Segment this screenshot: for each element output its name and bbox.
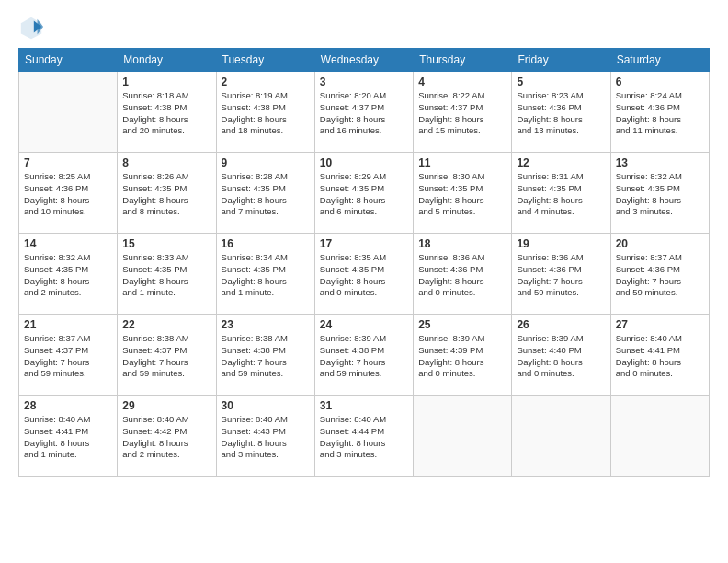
calendar-cell (512, 396, 610, 477)
day-number: 10 (320, 156, 408, 169)
day-info: Sunrise: 8:37 AM Sunset: 4:36 PM Dayligh… (616, 252, 704, 299)
day-info: Sunrise: 8:25 AM Sunset: 4:36 PM Dayligh… (24, 171, 112, 218)
calendar-table: SundayMondayTuesdayWednesdayThursdayFrid… (18, 48, 710, 477)
day-number: 4 (418, 75, 506, 88)
calendar-week-row: 7Sunrise: 8:25 AM Sunset: 4:36 PM Daylig… (19, 153, 710, 234)
day-number: 24 (320, 318, 408, 331)
day-info: Sunrise: 8:20 AM Sunset: 4:37 PM Dayligh… (320, 90, 408, 137)
day-number: 15 (122, 237, 210, 250)
day-header-sunday: Sunday (19, 49, 118, 72)
calendar-cell: 20Sunrise: 8:37 AM Sunset: 4:36 PM Dayli… (610, 234, 709, 315)
calendar-cell: 23Sunrise: 8:38 AM Sunset: 4:38 PM Dayli… (216, 315, 314, 396)
calendar-cell: 22Sunrise: 8:38 AM Sunset: 4:37 PM Dayli… (118, 315, 216, 396)
calendar-cell: 14Sunrise: 8:32 AM Sunset: 4:35 PM Dayli… (19, 234, 118, 315)
day-info: Sunrise: 8:40 AM Sunset: 4:42 PM Dayligh… (122, 414, 210, 461)
calendar-cell: 15Sunrise: 8:33 AM Sunset: 4:35 PM Dayli… (118, 234, 216, 315)
day-number: 9 (222, 156, 310, 169)
calendar-cell: 2Sunrise: 8:19 AM Sunset: 4:38 PM Daylig… (216, 72, 314, 153)
calendar-cell: 16Sunrise: 8:34 AM Sunset: 4:35 PM Dayli… (216, 234, 314, 315)
day-number: 2 (222, 75, 310, 88)
calendar-cell: 30Sunrise: 8:40 AM Sunset: 4:43 PM Dayli… (216, 396, 314, 477)
header-row (18, 15, 710, 40)
day-number: 7 (24, 156, 112, 169)
calendar-cell: 6Sunrise: 8:24 AM Sunset: 4:36 PM Daylig… (610, 72, 709, 153)
day-info: Sunrise: 8:23 AM Sunset: 4:36 PM Dayligh… (517, 90, 605, 137)
day-number: 14 (24, 237, 112, 250)
day-info: Sunrise: 8:24 AM Sunset: 4:36 PM Dayligh… (616, 90, 704, 137)
day-number: 3 (320, 75, 408, 88)
day-info: Sunrise: 8:28 AM Sunset: 4:35 PM Dayligh… (222, 171, 310, 218)
calendar-cell: 21Sunrise: 8:37 AM Sunset: 4:37 PM Dayli… (19, 315, 118, 396)
calendar-cell: 31Sunrise: 8:40 AM Sunset: 4:44 PM Dayli… (314, 396, 413, 477)
day-number: 27 (616, 318, 704, 331)
calendar-cell: 19Sunrise: 8:36 AM Sunset: 4:36 PM Dayli… (512, 234, 610, 315)
calendar-week-row: 21Sunrise: 8:37 AM Sunset: 4:37 PM Dayli… (19, 315, 710, 396)
calendar-week-row: 28Sunrise: 8:40 AM Sunset: 4:41 PM Dayli… (19, 396, 710, 477)
calendar-cell: 1Sunrise: 8:18 AM Sunset: 4:38 PM Daylig… (118, 72, 216, 153)
day-info: Sunrise: 8:39 AM Sunset: 4:39 PM Dayligh… (418, 333, 506, 380)
day-number: 20 (616, 237, 704, 250)
day-info: Sunrise: 8:36 AM Sunset: 4:36 PM Dayligh… (517, 252, 605, 299)
day-number: 11 (418, 156, 506, 169)
day-number: 31 (320, 399, 408, 412)
day-info: Sunrise: 8:29 AM Sunset: 4:35 PM Dayligh… (320, 171, 408, 218)
day-info: Sunrise: 8:40 AM Sunset: 4:41 PM Dayligh… (24, 414, 112, 461)
calendar-cell: 18Sunrise: 8:36 AM Sunset: 4:36 PM Dayli… (414, 234, 512, 315)
day-number: 23 (222, 318, 310, 331)
day-header-thursday: Thursday (414, 49, 512, 72)
day-info: Sunrise: 8:19 AM Sunset: 4:38 PM Dayligh… (222, 90, 310, 137)
day-number: 22 (122, 318, 210, 331)
calendar-week-row: 1Sunrise: 8:18 AM Sunset: 4:38 PM Daylig… (19, 72, 710, 153)
day-info: Sunrise: 8:18 AM Sunset: 4:38 PM Dayligh… (122, 90, 210, 137)
day-info: Sunrise: 8:35 AM Sunset: 4:35 PM Dayligh… (320, 252, 408, 299)
day-header-friday: Friday (512, 49, 610, 72)
day-info: Sunrise: 8:34 AM Sunset: 4:35 PM Dayligh… (222, 252, 310, 299)
day-number: 12 (517, 156, 605, 169)
day-info: Sunrise: 8:26 AM Sunset: 4:35 PM Dayligh… (122, 171, 210, 218)
calendar-cell (610, 396, 709, 477)
calendar-cell: 7Sunrise: 8:25 AM Sunset: 4:36 PM Daylig… (19, 153, 118, 234)
calendar-cell: 4Sunrise: 8:22 AM Sunset: 4:37 PM Daylig… (414, 72, 512, 153)
day-info: Sunrise: 8:38 AM Sunset: 4:37 PM Dayligh… (122, 333, 210, 380)
calendar-cell (19, 72, 118, 153)
day-info: Sunrise: 8:33 AM Sunset: 4:35 PM Dayligh… (122, 252, 210, 299)
calendar-cell: 10Sunrise: 8:29 AM Sunset: 4:35 PM Dayli… (314, 153, 413, 234)
calendar-cell: 17Sunrise: 8:35 AM Sunset: 4:35 PM Dayli… (314, 234, 413, 315)
calendar-header-row: SundayMondayTuesdayWednesdayThursdayFrid… (19, 49, 710, 72)
day-info: Sunrise: 8:39 AM Sunset: 4:40 PM Dayligh… (517, 333, 605, 380)
day-number: 21 (24, 318, 112, 331)
day-header-monday: Monday (118, 49, 216, 72)
day-info: Sunrise: 8:22 AM Sunset: 4:37 PM Dayligh… (418, 90, 506, 137)
calendar-cell: 3Sunrise: 8:20 AM Sunset: 4:37 PM Daylig… (314, 72, 413, 153)
logo (18, 15, 48, 40)
day-number: 6 (616, 75, 704, 88)
day-info: Sunrise: 8:40 AM Sunset: 4:44 PM Dayligh… (320, 414, 408, 461)
day-info: Sunrise: 8:31 AM Sunset: 4:35 PM Dayligh… (517, 171, 605, 218)
calendar-container: SundayMondayTuesdayWednesdayThursdayFrid… (0, 0, 728, 563)
day-info: Sunrise: 8:37 AM Sunset: 4:37 PM Dayligh… (24, 333, 112, 380)
day-info: Sunrise: 8:36 AM Sunset: 4:36 PM Dayligh… (418, 252, 506, 299)
calendar-cell: 5Sunrise: 8:23 AM Sunset: 4:36 PM Daylig… (512, 72, 610, 153)
calendar-cell: 28Sunrise: 8:40 AM Sunset: 4:41 PM Dayli… (19, 396, 118, 477)
day-info: Sunrise: 8:38 AM Sunset: 4:38 PM Dayligh… (222, 333, 310, 380)
day-number: 5 (517, 75, 605, 88)
day-number: 19 (517, 237, 605, 250)
calendar-week-row: 14Sunrise: 8:32 AM Sunset: 4:35 PM Dayli… (19, 234, 710, 315)
day-number: 1 (122, 75, 210, 88)
calendar-cell: 13Sunrise: 8:32 AM Sunset: 4:35 PM Dayli… (610, 153, 709, 234)
calendar-cell: 9Sunrise: 8:28 AM Sunset: 4:35 PM Daylig… (216, 153, 314, 234)
day-info: Sunrise: 8:30 AM Sunset: 4:35 PM Dayligh… (418, 171, 506, 218)
day-number: 18 (418, 237, 506, 250)
day-number: 16 (222, 237, 310, 250)
day-number: 26 (517, 318, 605, 331)
day-header-saturday: Saturday (610, 49, 709, 72)
day-number: 29 (122, 399, 210, 412)
logo-icon (18, 15, 44, 40)
day-number: 25 (418, 318, 506, 331)
day-number: 17 (320, 237, 408, 250)
calendar-cell: 8Sunrise: 8:26 AM Sunset: 4:35 PM Daylig… (118, 153, 216, 234)
day-header-tuesday: Tuesday (216, 49, 314, 72)
day-info: Sunrise: 8:40 AM Sunset: 4:41 PM Dayligh… (616, 333, 704, 380)
calendar-cell: 24Sunrise: 8:39 AM Sunset: 4:38 PM Dayli… (314, 315, 413, 396)
day-number: 8 (122, 156, 210, 169)
